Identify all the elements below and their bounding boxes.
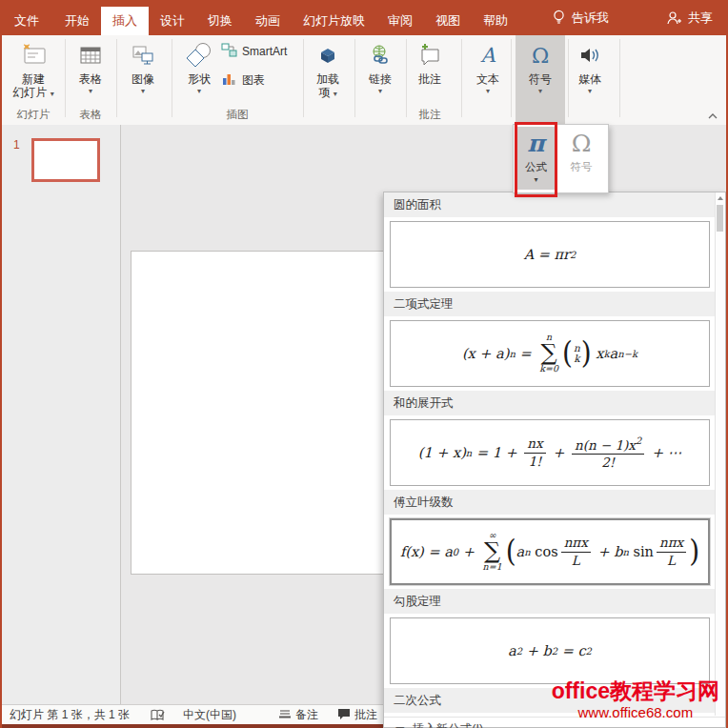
share-button[interactable]: 共享 xyxy=(657,0,722,35)
share-label: 共享 xyxy=(688,10,713,27)
equation-item-binomial[interactable]: (x + a)n = n∑k=0(nk) xkan−k xyxy=(390,320,710,387)
link-icon xyxy=(368,38,393,72)
equation-binomial: (x + a)n = n∑k=0(nk) xkan−k xyxy=(462,333,637,374)
illustrations-small-buttons: SmartArt 图表 xyxy=(221,41,287,91)
table-icon xyxy=(77,38,104,72)
group-divider xyxy=(511,39,512,117)
equation-gallery-list: 圆的面积 A = πr2 二项式定理 (x + a)n = n∑k=0(nk) … xyxy=(384,192,716,716)
section-header-pythagorean: 勾股定理 xyxy=(384,589,716,614)
addins-button[interactable]: 加载 项 ▾ xyxy=(307,38,349,122)
omega-icon: Ω xyxy=(532,38,549,72)
group-label-comments: 批注 xyxy=(410,108,450,122)
tab-insert[interactable]: 插入 xyxy=(101,7,149,35)
shapes-icon xyxy=(184,38,214,72)
collapse-ribbon-button[interactable] xyxy=(707,108,718,125)
ribbon-tab-bar: 文件 开始 插入 设计 切换 动画 幻灯片放映 审阅 视图 帮助 告诉我 共享 xyxy=(0,0,728,35)
symbol-menu-item[interactable]: Ω 符号 xyxy=(559,127,603,190)
text-a-icon: A xyxy=(480,38,495,72)
tab-slideshow[interactable]: 幻灯片放映 xyxy=(292,7,376,35)
group-divider xyxy=(406,39,407,117)
group-divider xyxy=(568,39,569,117)
section-header-binomial: 二项式定理 xyxy=(384,292,716,316)
dropdown-caret: ▾ xyxy=(141,88,145,95)
symbols-button[interactable]: Ω 符号 ▾ xyxy=(516,35,565,127)
insert-new-equation-button[interactable]: π 插入新公式(I) xyxy=(384,717,725,728)
speaker-icon xyxy=(577,38,602,72)
slide-thumbnail-1[interactable] xyxy=(31,138,100,182)
dropdown-caret: ▾ xyxy=(486,88,490,95)
section-header-expansion: 和的展开式 xyxy=(384,391,716,415)
group-divider xyxy=(303,39,304,117)
omega-icon: Ω xyxy=(572,130,592,158)
smartart-icon xyxy=(221,42,237,61)
images-icon xyxy=(130,38,156,72)
tab-review[interactable]: 审阅 xyxy=(376,7,424,35)
tab-view[interactable]: 视图 xyxy=(424,7,472,35)
spellcheck-icon[interactable] xyxy=(151,709,166,722)
comment-plus-icon xyxy=(416,38,443,72)
dropdown-caret: ▾ xyxy=(197,88,201,95)
group-divider xyxy=(619,39,620,117)
tell-me[interactable]: 告诉我 xyxy=(542,0,618,35)
group-divider xyxy=(172,39,172,117)
group-label-illustrations: 插图 xyxy=(177,108,297,122)
equation-gallery-popup: 圆的面积 A = πr2 二项式定理 (x + a)n = n∑k=0(nk) … xyxy=(383,192,726,728)
slide-number: 1 xyxy=(13,138,20,152)
dropdown-caret: ▾ xyxy=(51,90,54,98)
equation-item-fourier-highlighted[interactable]: f(x) = a0 + ∞∑n=1(an cosnπxL + bn sinnπx… xyxy=(390,518,710,585)
dropdown-caret: ▾ xyxy=(538,88,542,95)
notes-button[interactable]: 备注 xyxy=(278,707,318,723)
gallery-scrollbar[interactable] xyxy=(715,192,725,716)
new-slide-icon xyxy=(19,38,48,72)
equation-item-circle-area[interactable]: A = πr2 xyxy=(390,221,710,288)
symbols-dropdown-popup: π 公式 ▾ Ω 符号 xyxy=(513,124,609,193)
ribbon: 新建 幻灯片 ▾ 表格 ▾ 图像 ▾ 形状 ▾ xyxy=(0,35,728,126)
notes-icon xyxy=(278,708,292,722)
scroll-up-arrow[interactable] xyxy=(718,196,723,200)
images-button[interactable]: 图像 ▾ xyxy=(122,38,164,122)
lightbulb-icon xyxy=(552,10,566,26)
equation-expansion: (1 + x)n = 1 + nx1! + n(n − 1)x22! + ⋯ xyxy=(418,435,681,471)
smartart-button[interactable]: SmartArt xyxy=(221,41,287,62)
group-label-tables: 表格 xyxy=(69,108,112,122)
tab-file[interactable]: 文件 xyxy=(0,7,53,35)
language-indicator[interactable]: 中文(中国) xyxy=(183,707,236,723)
tab-help[interactable]: 帮助 xyxy=(472,7,519,35)
window-border-left xyxy=(0,35,2,728)
pi-icon: π xyxy=(527,130,544,158)
links-button[interactable]: 链接 ▾ xyxy=(360,38,400,122)
equation-fourier: f(x) = a0 + ∞∑n=1(an cosnπxL + bn sinnπx… xyxy=(400,531,699,572)
equation-pythagorean: a2 + b2 = c2 xyxy=(508,643,592,658)
chart-icon xyxy=(221,71,237,90)
tab-home[interactable]: 开始 xyxy=(53,7,101,35)
dropdown-caret: ▾ xyxy=(378,88,382,95)
section-header-circle-area: 圆的面积 xyxy=(384,192,716,217)
group-divider xyxy=(116,39,117,117)
group-divider xyxy=(65,39,66,117)
group-label-slides: 幻灯片 xyxy=(6,108,61,122)
comments-button[interactable]: 批注 xyxy=(337,707,377,723)
section-header-quadratic: 二次公式 xyxy=(384,688,716,713)
dropdown-caret: ▾ xyxy=(588,88,592,95)
tell-me-label: 告诉我 xyxy=(572,10,609,27)
addins-icon xyxy=(315,38,340,72)
media-button[interactable]: 媒体 ▾ xyxy=(570,38,610,122)
dropdown-caret: ▾ xyxy=(89,88,92,95)
scrollbar-thumb[interactable] xyxy=(717,205,723,232)
equation-item-expansion[interactable]: (1 + x)n = 1 + nx1! + n(n − 1)x22! + ⋯ xyxy=(390,419,710,486)
powerpoint-window: 文件 开始 插入 设计 切换 动画 幻灯片放映 审阅 视图 帮助 告诉我 共享 … xyxy=(0,0,728,728)
tab-animations[interactable]: 动画 xyxy=(244,7,292,35)
chart-button[interactable]: 图表 xyxy=(221,70,287,91)
slide-thumbnail-pane: 1 xyxy=(2,125,121,723)
slide-info: 幻灯片 第 1 张，共 1 张 xyxy=(10,707,130,723)
group-divider xyxy=(461,39,462,117)
comment-bubble-icon xyxy=(337,708,351,723)
equation-item-pythagorean[interactable]: a2 + b2 = c2 xyxy=(390,617,710,684)
equation-menu-item[interactable]: π 公式 ▾ xyxy=(516,127,556,190)
equation-circle-area: A = πr2 xyxy=(524,247,576,262)
tab-design[interactable]: 设计 xyxy=(149,7,196,35)
window-border-bottom xyxy=(0,724,383,728)
pi-icon: π xyxy=(394,721,403,728)
text-button[interactable]: A 文本 ▾ xyxy=(469,38,507,122)
tab-transitions[interactable]: 切换 xyxy=(196,7,244,35)
